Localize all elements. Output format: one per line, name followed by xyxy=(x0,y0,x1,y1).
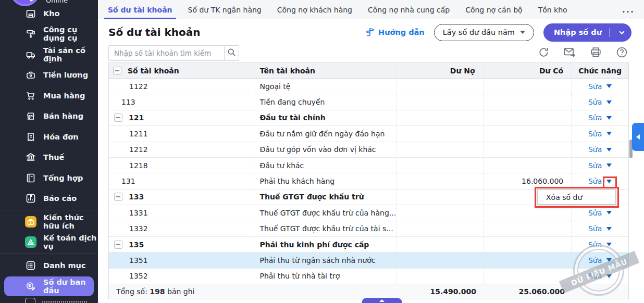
row-actions-caret-icon[interactable] xyxy=(606,116,612,120)
account-number: 1122 xyxy=(129,82,148,91)
table-row-selected[interactable]: 1351 Phải thu từ ngân sách nhà nước Sửa xyxy=(109,253,628,268)
tab-bar: Số dư tài khoản Số dư TK ngân hàng Công … xyxy=(98,0,644,19)
guide-link[interactable]: Hướng dẫn xyxy=(365,27,425,38)
select-all-checkbox[interactable] xyxy=(113,67,121,75)
side-panel-toggle[interactable] xyxy=(632,123,644,151)
row-actions-caret-icon[interactable] xyxy=(606,84,612,88)
sidebar-item-partial[interactable] xyxy=(25,298,87,303)
more-tabs-button[interactable]: ... xyxy=(622,5,635,15)
table-row[interactable]: 1211 Đầu tư nắm giữ đến ngày đáo hạn Sửa xyxy=(109,126,628,142)
sidebar-item-kien-thuc-huu-ich[interactable]: Kiến thức hữu ích xyxy=(0,211,98,232)
edit-link[interactable]: Sửa xyxy=(588,177,602,185)
scroll-up-handle[interactable] xyxy=(362,298,402,303)
guide-icon xyxy=(365,27,375,38)
table-row-131[interactable]: 131 Phải thu khách hàng 16.060.000 Sửa xyxy=(109,173,628,189)
table-row[interactable]: 113 Tiền đang chuyển Sửa xyxy=(109,94,628,110)
record-count: Tổng số: 198 bản ghi xyxy=(109,287,398,296)
table-row[interactable]: 135 Phải thu kinh phí được cấp Sửa xyxy=(109,237,628,253)
row-actions-caret-icon[interactable] xyxy=(606,274,612,278)
refresh-icon[interactable] xyxy=(537,46,550,58)
row-actions-caret-icon[interactable] xyxy=(606,211,612,214)
account-name: Đầu tư góp vốn vào đơn vị khác xyxy=(259,145,376,154)
edit-link[interactable]: Sửa xyxy=(588,82,602,91)
edit-link[interactable]: Sửa xyxy=(588,113,602,122)
tab-cong-no-can-bo[interactable]: Công nợ cán bộ xyxy=(457,0,530,19)
sidebar-item-thue[interactable]: Thuế xyxy=(0,147,98,168)
debit-total: 15.490.000 xyxy=(398,287,484,296)
sidebar-item-tai-san-co-dinh[interactable]: Tài sản cố định xyxy=(0,44,98,65)
edit-link[interactable]: Sửa xyxy=(588,209,602,217)
edit-link[interactable]: Sửa xyxy=(588,224,602,233)
column-label: Dư Nợ xyxy=(450,67,475,75)
account-name: Đầu tư nắm giữ đến ngày đáo hạn xyxy=(259,130,385,138)
row-actions-caret-icon[interactable] xyxy=(606,148,612,152)
sidebar-item-tien-luong[interactable]: Tiền lương xyxy=(0,65,98,86)
account-name: Phải thu khách hàng xyxy=(259,177,335,185)
collapse-toggle[interactable] xyxy=(114,241,122,249)
ledger-icon xyxy=(25,172,36,184)
sidebar-item-tong-hop[interactable]: Tổng hợp xyxy=(0,168,98,188)
collapse-toggle[interactable] xyxy=(114,193,122,201)
sidebar-item-label: Báo cáo xyxy=(43,194,77,203)
print-icon[interactable] xyxy=(589,46,602,58)
sidebar-menu: Kho Công cụ dụng cụ Tài sản cố định Tiền… xyxy=(0,3,98,297)
row-actions-caret-icon[interactable] xyxy=(606,258,612,262)
account-number: 135 xyxy=(129,241,144,249)
table-row[interactable]: 121 Đầu tư tài chính Sửa xyxy=(109,110,628,126)
chevron-left-icon xyxy=(636,134,640,140)
table-row[interactable]: 1122 Ngoại tệ Sửa xyxy=(109,79,628,94)
sidebar-item-ban-hang[interactable]: Bán hàng xyxy=(0,106,98,127)
edit-link[interactable]: Sửa xyxy=(588,241,602,249)
edit-link[interactable]: Sửa xyxy=(588,98,602,106)
sidebar-item-ke-toan-dich-vu[interactable]: Kế toán dịch vụ xyxy=(0,232,98,253)
row-actions-caret-icon[interactable] xyxy=(606,227,612,231)
table-row[interactable]: 1212 Đầu tư góp vốn vào đơn vị khác Sửa xyxy=(109,142,628,158)
table-row[interactable]: 1331 Thuế GTGT được khấu trừ của hàng...… xyxy=(109,205,628,221)
sidebar-item-hoa-don[interactable]: Hóa đơn xyxy=(0,127,98,147)
edit-link[interactable]: Sửa xyxy=(588,161,602,170)
sidebar-item-so-du-ban-dau[interactable]: Số dư ban đầu xyxy=(4,276,94,296)
get-opening-balance-button[interactable]: Lấy số dư đầu năm xyxy=(434,24,534,41)
search-button[interactable] xyxy=(224,45,239,61)
sidebar-item-danh-muc[interactable]: Danh mục xyxy=(0,255,98,276)
table-row[interactable]: 1352 Phải thu từ nhà tài trợ Sửa xyxy=(109,269,628,284)
tab-ton-kho[interactable]: Tồn kho xyxy=(530,0,575,19)
row-actions-caret-icon[interactable] xyxy=(606,180,612,183)
menu-item-delete-balance[interactable]: Xóa số dư xyxy=(538,193,615,201)
credit-total: 25.060.000 xyxy=(484,287,573,296)
help-icon[interactable] xyxy=(615,46,628,58)
tab-cong-no-nha-cung-cap[interactable]: Công nợ nhà cung cấp xyxy=(360,0,457,19)
table-row[interactable]: 1332 Thuế GTGT được khấu trừ của tài s..… xyxy=(109,221,628,237)
edit-link[interactable]: Sửa xyxy=(588,272,602,280)
collapse-toggle[interactable] xyxy=(114,113,122,122)
row-actions-caret-icon[interactable] xyxy=(606,163,612,167)
sidebar-item-bao-cao[interactable]: Báo cáo xyxy=(0,188,98,209)
edit-link[interactable]: Sửa xyxy=(588,130,602,138)
row-actions-caret-icon[interactable] xyxy=(606,243,612,246)
sidebar-item-mua-hang[interactable]: Mua hàng xyxy=(0,85,98,106)
account-name: Đầu tư khác xyxy=(259,161,304,170)
sidebar-item-cong-cu-dung-cu[interactable]: Công cụ dụng cụ xyxy=(0,24,98,45)
bank-icon xyxy=(25,152,36,163)
tab-so-du-tk-ngan-hang[interactable]: Số dư TK ngân hàng xyxy=(180,0,269,19)
enter-balance-button[interactable]: Nhập số dư xyxy=(543,23,631,42)
account-name: Thuế GTGT được khấu trừ của hàng... xyxy=(259,209,396,217)
row-actions-caret-icon[interactable] xyxy=(606,132,612,135)
knowledge-icon xyxy=(25,216,36,228)
sidebar-item-label: Tiền lương xyxy=(43,71,88,79)
account-number: 1331 xyxy=(129,209,148,217)
edit-link[interactable]: Sửa xyxy=(588,145,602,154)
sidebar-item-kho[interactable]: Kho xyxy=(0,3,98,24)
tab-so-du-tai-khoan[interactable]: Số dư tài khoản xyxy=(100,0,180,19)
edit-link[interactable]: Sửa xyxy=(588,256,602,264)
search-input[interactable] xyxy=(108,45,224,61)
credit-value: 16.060.000 xyxy=(522,177,563,185)
row-actions-caret-icon[interactable] xyxy=(606,100,612,104)
year-button-label: Lấy số dư đầu năm xyxy=(443,28,515,36)
cart-icon xyxy=(25,90,36,102)
tab-cong-no-khach-hang[interactable]: Công nợ khách hàng xyxy=(269,0,360,19)
sidebar-item-label: Kế toán dịch vụ xyxy=(43,234,98,250)
table-row[interactable]: 1218 Đầu tư khác Sửa xyxy=(109,158,628,173)
send-mail-icon[interactable] xyxy=(563,46,576,58)
chevron-down-icon[interactable] xyxy=(615,26,628,39)
